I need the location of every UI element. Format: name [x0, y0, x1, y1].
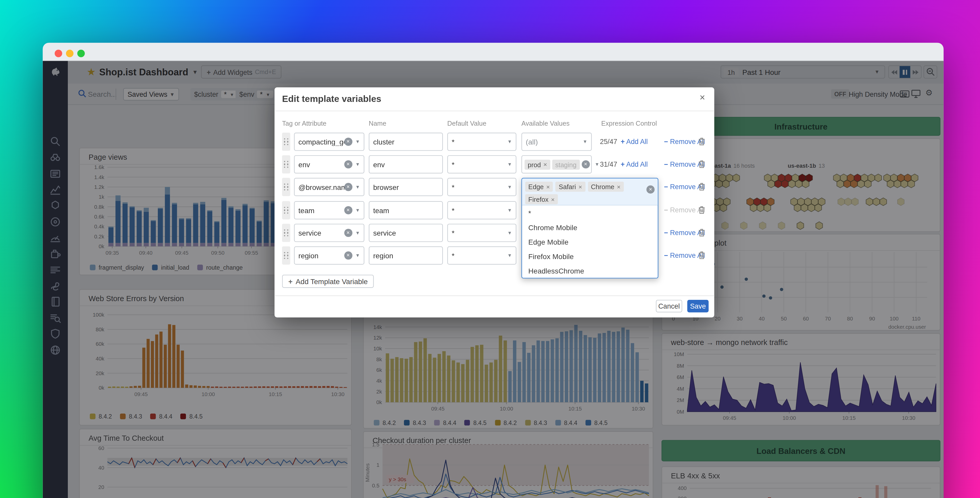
variable-name-input[interactable]: team — [369, 201, 443, 219]
chevron-down-icon: ▼ — [355, 161, 360, 167]
selected-tags-area: Edge×Safari×Chrome×Firefox× × — [522, 179, 658, 206]
chevron-down-icon: ▼ — [595, 161, 599, 167]
clear-icon[interactable]: × — [344, 229, 352, 237]
clear-all-icon[interactable]: × — [646, 185, 655, 194]
screenshot-stage: ★ Shop.ist Dashboard ▼ + Add Widgets Cmd… — [0, 0, 980, 498]
divider — [274, 111, 714, 111]
template-variable-row: compacting_gc×▼cluster*▼(all)▼25/47+ Add… — [274, 132, 714, 151]
available-count: 31/47 — [600, 160, 617, 168]
template-variable-row: env×▼env*▼prod×staging×▼31/47+ Add All− … — [274, 155, 714, 174]
dropdown-option[interactable]: HeadlessChrome — [522, 263, 658, 278]
value-tag[interactable]: staging — [552, 160, 580, 169]
trash-icon[interactable] — [698, 182, 705, 193]
chevron-down-icon: ▼ — [355, 139, 360, 145]
tag-attribute-input[interactable]: team×▼ — [294, 201, 364, 219]
trash-icon[interactable] — [698, 251, 705, 262]
tag-attribute-input[interactable]: region×▼ — [294, 246, 364, 265]
trash-icon[interactable] — [698, 228, 705, 239]
chevron-down-icon: ▼ — [582, 139, 587, 145]
macos-titlebar — [43, 43, 943, 61]
dropdown-option[interactable]: * — [522, 206, 658, 220]
remove-tag-icon[interactable]: × — [551, 196, 555, 203]
remove-tag-icon[interactable]: × — [579, 183, 582, 190]
chevron-down-icon: ▼ — [507, 230, 512, 236]
drag-handle[interactable] — [282, 246, 290, 265]
column-header: Tag or Attribute — [282, 120, 326, 127]
chevron-down-icon: ▼ — [355, 208, 360, 213]
clear-all-icon[interactable]: × — [582, 160, 590, 169]
drag-handle[interactable] — [282, 201, 290, 219]
clear-icon[interactable]: × — [344, 183, 352, 191]
dropdown-option[interactable]: Chrome Mobile — [522, 220, 658, 235]
add-template-variable-label: Add Template Variable — [296, 278, 368, 285]
chevron-down-icon: ▼ — [507, 184, 512, 190]
default-value-select[interactable]: *▼ — [447, 224, 516, 242]
chevron-down-icon: ▼ — [355, 252, 360, 258]
tag-attribute-input[interactable]: @browser.name×▼ — [294, 178, 364, 196]
chevron-down-icon: ▼ — [507, 208, 512, 213]
value-tag[interactable]: prod× — [525, 160, 550, 169]
chevron-down-icon: ▼ — [507, 139, 512, 145]
chevron-down-icon: ▼ — [507, 161, 512, 167]
selected-tag[interactable]: Firefox× — [525, 194, 558, 204]
variable-name-input[interactable]: region — [369, 246, 443, 265]
selected-tag[interactable]: Edge× — [525, 182, 553, 192]
column-header: Name — [369, 120, 386, 127]
edit-template-variables-modal: Edit template variables × Tag or Attribu… — [274, 88, 714, 318]
save-button[interactable]: Save — [687, 300, 709, 313]
clear-icon[interactable]: × — [344, 137, 352, 146]
selected-tag[interactable]: Safari× — [555, 182, 585, 192]
drag-handle[interactable] — [282, 224, 290, 242]
tag-attribute-input[interactable]: service×▼ — [294, 224, 364, 242]
remove-tag-icon[interactable]: × — [546, 183, 550, 190]
available-count: 25/47 — [600, 137, 617, 145]
clear-icon[interactable]: × — [344, 206, 352, 214]
trash-icon[interactable] — [698, 137, 705, 148]
drag-handle[interactable] — [282, 178, 290, 196]
maximize-traffic-light[interactable] — [77, 49, 85, 57]
default-value-select[interactable]: *▼ — [447, 201, 516, 219]
variable-name-input[interactable]: env — [369, 155, 443, 174]
available-values-select[interactable]: (all)▼ — [522, 132, 592, 151]
add-template-variable-button[interactable]: +Add Template Variable — [282, 275, 374, 288]
default-value-select[interactable]: *▼ — [447, 155, 516, 174]
clear-icon[interactable]: × — [344, 160, 352, 169]
selected-tag[interactable]: Chrome× — [588, 182, 624, 192]
trash-icon[interactable] — [698, 206, 705, 217]
variable-name-input[interactable]: browser — [369, 178, 443, 196]
chevron-down-icon: ▼ — [507, 252, 512, 258]
remove-tag-icon[interactable]: × — [543, 161, 547, 168]
column-header: Expression Control — [601, 120, 657, 127]
dropdown-option[interactable]: Edge Mobile — [522, 235, 658, 249]
trash-icon[interactable] — [698, 160, 705, 171]
add-all-link[interactable]: + Add All — [621, 160, 648, 168]
drag-handle[interactable] — [282, 132, 290, 151]
dropdown-option[interactable]: Firefox Mobile — [522, 249, 658, 263]
add-all-link[interactable]: + Add All — [621, 137, 648, 145]
close-icon[interactable]: × — [697, 92, 708, 102]
minimize-traffic-light[interactable] — [66, 49, 73, 57]
cancel-button[interactable]: Cancel — [656, 300, 682, 313]
column-header: Default Value — [447, 120, 487, 127]
default-value-select[interactable]: *▼ — [447, 246, 516, 265]
modal-title: Edit template variables — [282, 94, 382, 104]
divider — [274, 295, 714, 296]
available-values-input[interactable]: prod×staging×▼ — [522, 155, 592, 174]
variable-name-input[interactable]: service — [369, 224, 443, 242]
default-value-select[interactable]: *▼ — [447, 132, 516, 151]
default-value-select[interactable]: *▼ — [447, 178, 516, 196]
clear-icon[interactable]: × — [344, 251, 352, 260]
tag-attribute-input[interactable]: compacting_gc×▼ — [294, 132, 364, 151]
chevron-down-icon: ▼ — [355, 230, 360, 236]
column-header: Available Values — [522, 120, 570, 127]
variable-name-input[interactable]: cluster — [369, 132, 443, 151]
remove-tag-icon[interactable]: × — [617, 183, 620, 190]
tag-attribute-input[interactable]: env×▼ — [294, 155, 364, 174]
chevron-down-icon: ▼ — [355, 184, 360, 190]
close-traffic-light[interactable] — [55, 49, 62, 57]
browser-window: ★ Shop.ist Dashboard ▼ + Add Widgets Cmd… — [43, 43, 943, 498]
drag-handle[interactable] — [282, 155, 290, 174]
available-values-dropdown: Edge×Safari×Chrome×Firefox× × *Chrome Mo… — [522, 178, 659, 278]
